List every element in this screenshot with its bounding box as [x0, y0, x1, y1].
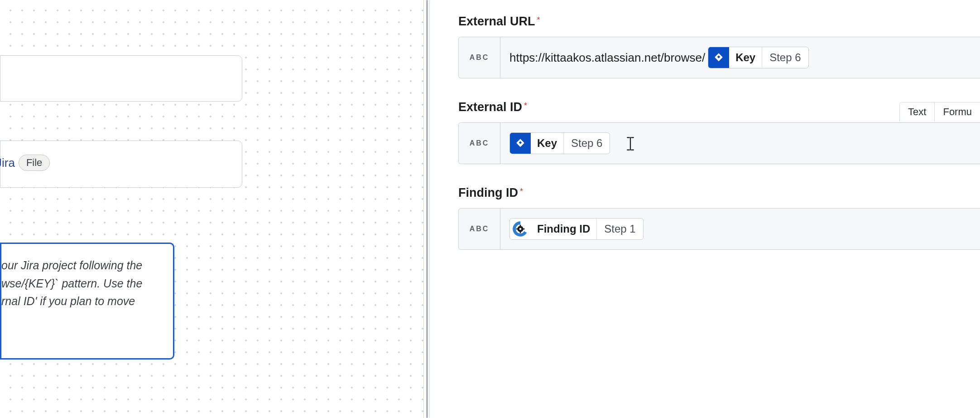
svg-rect-3 — [520, 232, 521, 233]
external-url-input[interactable]: ABC https://kittaakos.atlassian.net/brow… — [458, 37, 980, 78]
field-mode-tabs: Text Formu — [899, 102, 980, 122]
workflow-canvas[interactable]: Jira File our Jira project following the… — [0, 0, 423, 418]
config-panel: External URL* ABC https://kittaakos.atla… — [431, 0, 980, 418]
field-label-external-id: External ID — [458, 100, 522, 114]
pill-step: Step 1 — [597, 219, 643, 239]
field-label-finding-id: Finding ID — [458, 186, 518, 200]
finding-id-input[interactable]: ABC — [458, 208, 980, 250]
tab-formula[interactable]: Formu — [935, 102, 980, 122]
workflow-node-jira[interactable]: Jira File — [0, 141, 242, 188]
svg-rect-5 — [523, 228, 525, 230]
node-jira-label: Jira — [0, 156, 15, 170]
pill-step: Step 6 — [762, 47, 808, 68]
pill-label: Key — [531, 133, 564, 154]
type-badge: ABC — [459, 123, 500, 164]
jira-icon — [708, 47, 729, 68]
pill-step: Step 6 — [564, 133, 610, 154]
field-finding-id: Finding ID* ABC — [458, 186, 980, 250]
token-pill-key[interactable]: Key Step 6 — [708, 47, 808, 68]
panel-resize-handle[interactable] — [423, 0, 430, 418]
field-external-id: External ID* Text Formu ABC Key Step 6 — [458, 100, 980, 164]
type-badge: ABC — [459, 209, 500, 249]
pill-label: Key — [729, 47, 762, 68]
svg-point-1 — [519, 228, 522, 230]
file-chip: File — [19, 155, 50, 171]
workflow-node-help[interactable]: our Jira project following the wse/{KEY}… — [0, 243, 174, 360]
required-indicator: * — [524, 101, 527, 110]
url-prefix-text: https://kittaakos.atlassian.net/browse/ — [509, 51, 705, 65]
external-url-value[interactable]: https://kittaakos.atlassian.net/browse/ … — [500, 37, 980, 78]
token-pill-finding-id[interactable]: Finding ID Step 1 — [509, 218, 644, 240]
required-indicator: * — [537, 15, 540, 24]
text-cursor-icon — [625, 136, 636, 151]
pill-label: Finding ID — [531, 219, 597, 239]
help-text: our Jira project following the wse/{KEY}… — [1, 257, 163, 311]
tab-text[interactable]: Text — [900, 102, 935, 122]
required-indicator: * — [520, 187, 523, 196]
svg-rect-2 — [520, 225, 521, 227]
external-id-input[interactable]: ABC Key Step 6 — [458, 122, 980, 164]
field-external-url: External URL* ABC https://kittaakos.atla… — [458, 15, 980, 78]
field-label-external-url: External URL — [458, 15, 535, 29]
jira-icon — [510, 133, 531, 154]
workflow-node-blank[interactable] — [0, 55, 242, 102]
gear-c-icon — [510, 219, 531, 239]
svg-rect-4 — [516, 228, 518, 230]
finding-id-value[interactable]: Finding ID Step 1 — [500, 209, 980, 249]
external-id-value[interactable]: Key Step 6 — [500, 123, 980, 164]
token-pill-key[interactable]: Key Step 6 — [509, 132, 610, 154]
type-badge: ABC — [459, 37, 500, 78]
